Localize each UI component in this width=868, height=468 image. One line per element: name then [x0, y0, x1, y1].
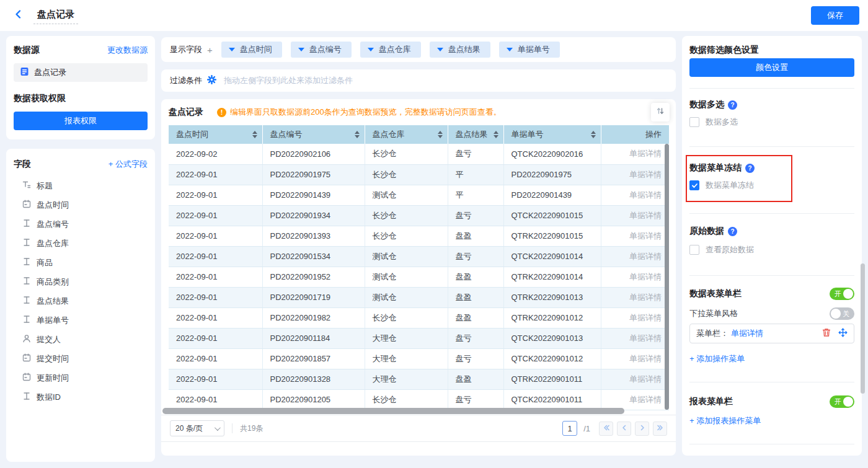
field-item[interactable]: 盘点结果 [14, 291, 148, 311]
table-row: 2022-09-01PD20220901439测试仓平PD20220901439… [169, 185, 669, 205]
field-item[interactable]: 提交人 [14, 330, 148, 349]
report-menubar-toggle[interactable]: 开 [830, 395, 854, 408]
datasource-item[interactable]: 盘点记录 [14, 63, 148, 82]
display-field-chip[interactable]: 单据单号 [499, 42, 560, 58]
save-button[interactable]: 保存 [811, 6, 859, 25]
field-item[interactable]: 标题 [14, 176, 148, 195]
table-cell: PD20220901439 [503, 185, 601, 205]
sort-order-button[interactable] [651, 103, 670, 121]
field-list: 标题盘点时间盘点编号盘点仓库商品商品类别盘点结果单据单号提交人提交时间更新时间数… [14, 176, 148, 407]
display-field-chip[interactable]: 盘点结果 [430, 42, 490, 58]
prev-page-button[interactable] [617, 422, 631, 436]
table-vertical-scrollbar[interactable] [665, 144, 669, 410]
menubar-item-prefix: 菜单栏： [696, 328, 728, 339]
row-action-link[interactable]: 单据详情 [601, 226, 669, 246]
add-display-field-button[interactable]: + [207, 45, 213, 55]
menubar-item[interactable]: 菜单栏： 单据详情 [689, 324, 854, 343]
help-question-icon[interactable]: ? [745, 164, 755, 173]
page-title: 盘点记录 [33, 7, 78, 24]
field-item[interactable]: 商品类别 [14, 272, 148, 291]
table-cell: 测试仓 [365, 246, 448, 267]
sort-carets-icon[interactable] [355, 131, 360, 138]
row-action-link[interactable]: 单据详情 [601, 307, 669, 328]
field-item[interactable]: 商品 [14, 253, 148, 272]
settings-panel-scrollbar[interactable] [861, 263, 865, 394]
help-question-icon[interactable]: ? [728, 100, 737, 110]
menu-freeze-checkbox-row[interactable]: 数据菜单冻结 [689, 180, 854, 191]
table-cell: QTCK20220902016 [503, 144, 601, 164]
row-action-link[interactable]: 单据详情 [601, 348, 669, 369]
raw-data-checkbox[interactable] [689, 245, 699, 255]
table-cell: 长沙仓 [365, 164, 448, 185]
field-item-label: 单据单号 [37, 315, 69, 326]
dropdown-style-toggle[interactable]: 关 [830, 307, 854, 320]
report-permission-button[interactable]: 报表权限 [14, 112, 148, 130]
display-field-chip[interactable]: 盘点编号 [291, 42, 352, 58]
row-action-link[interactable]: 单据详情 [601, 205, 669, 226]
table-menubar-title: 数据表菜单栏 [689, 288, 742, 299]
row-action-link[interactable]: 单据详情 [601, 144, 669, 164]
table-cell: 2022-09-01 [169, 226, 262, 246]
multi-select-checkbox[interactable] [689, 117, 699, 127]
trash-icon[interactable] [822, 328, 831, 339]
current-page-input[interactable]: 1 [562, 421, 577, 436]
add-report-action-menu-link[interactable]: + 添加报表操作菜单 [689, 415, 854, 426]
multi-select-checkbox-row[interactable]: 数据多选 [689, 117, 854, 128]
sort-carets-icon[interactable] [252, 131, 257, 138]
menu-freeze-checkbox[interactable] [689, 180, 699, 190]
row-action-link[interactable]: 单据详情 [601, 389, 669, 410]
text-field-icon [22, 296, 31, 306]
sort-carets-icon[interactable] [591, 131, 596, 138]
filter-drop-placeholder[interactable]: 拖动左侧字段到此处来添加过滤条件 [224, 75, 353, 86]
table-header-row: 盘点时间盘点编号盘点仓库盘点结果单据单号操作 [169, 125, 669, 144]
first-page-button[interactable] [599, 422, 613, 436]
permission-section-title: 数据获取权限 [14, 93, 148, 104]
sort-carets-icon[interactable] [438, 131, 443, 138]
table-horizontal-scrollbar[interactable] [162, 408, 624, 414]
sort-carets-icon[interactable] [494, 131, 498, 138]
gear-icon[interactable] [207, 75, 216, 87]
last-page-button[interactable] [653, 422, 667, 436]
field-item-label: 更新时间 [37, 373, 69, 384]
help-question-icon[interactable]: ? [728, 227, 737, 236]
raw-data-checkbox-row[interactable]: 查看原始数据 [689, 244, 854, 255]
toggle-knob [843, 289, 853, 299]
table-cell: PD20220901534 [262, 246, 365, 267]
row-action-link[interactable]: 单据详情 [601, 164, 669, 185]
field-item[interactable]: 盘点编号 [14, 214, 148, 234]
field-item[interactable]: 盘点仓库 [14, 234, 148, 253]
top-bar: 盘点记录 保存 [0, 0, 868, 31]
field-item[interactable]: 盘点时间 [14, 195, 148, 214]
move-handle-icon[interactable] [838, 328, 848, 339]
field-item[interactable]: 单据单号 [14, 311, 148, 330]
table-row: 2022-09-02PD20220902106长沙仓盘亏QTCK20220902… [169, 144, 669, 164]
table-cell: PD20220902106 [262, 144, 365, 164]
table-menubar-toggle[interactable]: 开 [830, 288, 854, 300]
row-action-link[interactable]: 单据详情 [601, 328, 669, 348]
back-button[interactable] [10, 7, 27, 24]
add-action-menu-link[interactable]: + 添加操作菜单 [689, 353, 854, 364]
next-page-button[interactable] [635, 422, 649, 436]
color-settings-button[interactable]: 颜色设置 [689, 58, 854, 77]
add-formula-field-link[interactable]: + 公式字段 [108, 159, 148, 170]
row-action-link[interactable]: 单据详情 [601, 267, 669, 287]
field-item[interactable]: 更新时间 [14, 368, 148, 387]
field-item[interactable]: 提交时间 [14, 349, 148, 368]
row-action-link[interactable]: 单据详情 [601, 369, 669, 389]
field-item[interactable]: 数据ID [14, 387, 148, 407]
display-field-chip[interactable]: 盘点时间 [221, 42, 282, 58]
menubar-item-value[interactable]: 单据详情 [731, 328, 763, 339]
row-action-link[interactable]: 单据详情 [601, 246, 669, 267]
table-row: 2022-09-01PD20220901982长沙仓盘盈QTRK20220901… [169, 307, 669, 328]
preview-notice: ! 编辑界面只取数据源前200条作为查询数据预览，完整数据请访问页面查看。 [217, 107, 502, 118]
page-size-select[interactable]: 20 条/页 [170, 420, 224, 436]
row-action-link[interactable]: 单据详情 [601, 185, 669, 205]
menu-freeze-title-text: 数据菜单冻结 [689, 162, 742, 174]
table-cell: 2022-09-01 [169, 369, 262, 389]
row-action-link[interactable]: 单据详情 [601, 287, 669, 307]
display-field-chip[interactable]: 盘点仓库 [360, 42, 421, 58]
table-row: 2022-09-01PD20220901719测试仓盘盈QTRK20220901… [169, 287, 669, 307]
change-datasource-link[interactable]: 更改数据源 [107, 45, 148, 56]
column-header-4: 单据单号 [503, 125, 601, 144]
datasource-section-title: 数据源 [14, 45, 40, 56]
